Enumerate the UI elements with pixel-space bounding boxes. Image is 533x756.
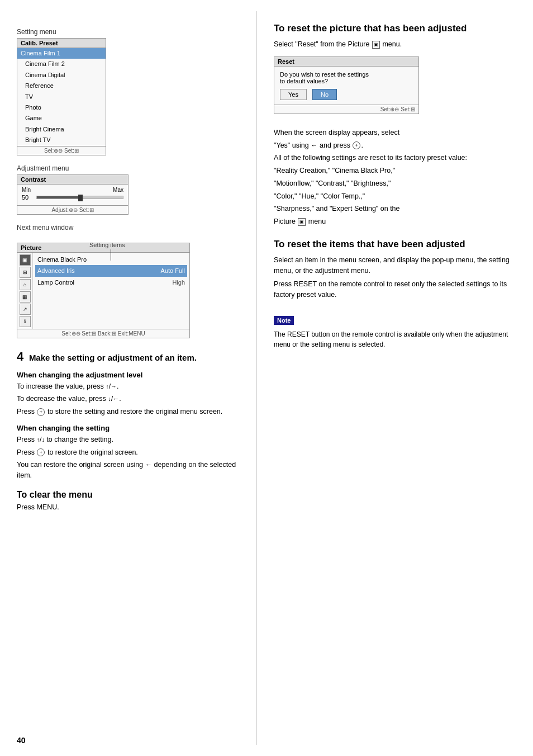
up-arrow-2-icon: ↑ bbox=[36, 436, 40, 443]
pic-icon-6: ℹ bbox=[20, 316, 31, 327]
adj-value: 50 bbox=[22, 194, 33, 201]
reset-dialog-line2: to default values? bbox=[280, 78, 413, 84]
menu-item-reference: Reference bbox=[17, 81, 106, 91]
center-button-3-icon: + bbox=[353, 141, 360, 149]
reset-dialog-box: Reset Do you wish to reset the settings … bbox=[274, 56, 419, 114]
menu-item-game: Game bbox=[17, 113, 106, 124]
clear-menu-title: To clear the menu bbox=[17, 490, 245, 500]
reset-list-1: "Reality Creation," "Cinema Black Pro," bbox=[274, 166, 516, 176]
pic-row-advanced-iris: Advanced Iris Auto Full bbox=[35, 265, 187, 277]
setting-restore-arrow-text: You can restore the original screen usin… bbox=[17, 460, 245, 481]
menu-item-cinema-digital: Cinema Digital bbox=[17, 70, 106, 81]
adj-slider-fill bbox=[37, 196, 80, 199]
reset-picture-title: To reset the picture that has been adjus… bbox=[274, 22, 516, 35]
clear-menu-body: Press MENU. bbox=[17, 502, 245, 513]
adj-increase-text: To increase the value, press ↑/→. bbox=[17, 381, 245, 392]
reset-buttons-container: Yes No bbox=[280, 89, 413, 100]
reset-dialog-body: Do you wish to reset the settings to def… bbox=[274, 67, 418, 105]
reset-list-4: "Sharpness," and "Expert Setting" on the bbox=[274, 204, 516, 214]
pic-icon-2: ⊞ bbox=[20, 267, 31, 278]
center-button-2-icon: + bbox=[37, 448, 45, 456]
picture-menu-icon-2: ▣ bbox=[298, 218, 306, 226]
pic-item-label-3: Lamp Control bbox=[37, 278, 74, 287]
adj-slider-track bbox=[36, 196, 123, 199]
pic-icon-5: ↗ bbox=[20, 304, 31, 315]
adjustment-menu-label: Adjustment menu bbox=[17, 164, 245, 172]
pic-row-lamp-control: Lamp Control High bbox=[35, 277, 187, 289]
adjustment-menu-header: Contrast bbox=[17, 175, 128, 185]
picture-menu-footer: Sel:⊕⊖ Set:⊞ Back:⊞ Exit:MENU bbox=[17, 329, 189, 338]
reset-items-title: To reset the items that have been adjust… bbox=[274, 238, 516, 251]
reset-list-2: "Motionflow," "Contrast," "Brightness," bbox=[274, 178, 516, 189]
setting-items-arrow-line bbox=[111, 249, 111, 261]
reset-list-5: Picture ▣ menu bbox=[274, 216, 516, 227]
down-arrow-2-icon: ↓ bbox=[41, 436, 45, 443]
up-arrow-icon: ↑ bbox=[106, 383, 109, 390]
setting-menu-header: Calib. Preset bbox=[17, 39, 106, 48]
pic-icon-picture: ▣ bbox=[20, 254, 31, 266]
step4-heading: 4 Make the setting or adjustment of an i… bbox=[17, 349, 245, 364]
reset-items-body1: Select an item in the menu screen, and d… bbox=[274, 255, 516, 276]
picture-menu-box: Picture ▣ ⊞ ⌂ ▦ ↗ ℹ Cinema Black Pro bbox=[17, 243, 190, 338]
down-arrow-icon: ↓ bbox=[108, 395, 111, 402]
next-menu-label: Next menu window bbox=[17, 224, 245, 231]
subsection-setting-title: When changing the setting bbox=[17, 424, 245, 432]
picture-menu-icon: ▣ bbox=[372, 41, 380, 49]
setting-change-text: Press ↑/↓ to change the setting. bbox=[17, 434, 245, 445]
picture-icons-column: ▣ ⊞ ⌂ ▦ ↗ ℹ bbox=[17, 253, 33, 329]
note-body: The RESET button on the remote control i… bbox=[274, 329, 516, 349]
menu-item-bright-tv: Bright TV bbox=[17, 135, 106, 145]
reset-screen-display-text: When the screen display appears, select bbox=[274, 127, 516, 138]
left-column: Setting menu Calib. Preset Cinema Film 1… bbox=[0, 11, 257, 745]
reset-dialog-container: Reset Do you wish to reset the settings … bbox=[274, 56, 516, 121]
adj-store-text: Press + to store the setting and restore… bbox=[17, 407, 245, 417]
note-section: Note The RESET button on the remote cont… bbox=[274, 309, 516, 349]
pic-icon-4: ▦ bbox=[20, 291, 31, 303]
setting-menu-footer: Sel:⊕⊖ Set:⊞ bbox=[17, 146, 106, 155]
adj-decrease-text: To decrease the value, press ↓/←. bbox=[17, 394, 245, 404]
page-number: 40 bbox=[17, 736, 26, 745]
adj-max-label: Max bbox=[113, 187, 123, 193]
reset-all-text: All of the following settings are reset … bbox=[274, 153, 516, 163]
right-column: To reset the picture that has been adjus… bbox=[257, 11, 533, 745]
setting-menu-box: Calib. Preset Cinema Film 1 Cinema Film … bbox=[17, 38, 106, 155]
menu-item-cinema-film-2: Cinema Film 2 bbox=[17, 59, 106, 69]
center-button-icon: + bbox=[37, 408, 45, 416]
reset-dialog-footer: Set:⊕⊖ Set:⊞ bbox=[274, 105, 418, 114]
step-number: 4 bbox=[17, 349, 23, 363]
pic-item-label-2: Advanced Iris bbox=[37, 266, 75, 276]
setting-restore-text: Press + to restore the original screen. bbox=[17, 447, 245, 458]
pic-item-label-1: Cinema Black Pro bbox=[37, 255, 87, 264]
menu-item-photo: Photo bbox=[17, 102, 106, 113]
reset-dialog-header: Reset bbox=[274, 57, 418, 67]
menu-item-tv: TV bbox=[17, 92, 106, 102]
reset-no-button[interactable]: No bbox=[312, 89, 337, 100]
menu-item-cinema-film-1: Cinema Film 1 bbox=[17, 48, 106, 59]
pic-icon-3: ⌂ bbox=[20, 279, 31, 290]
right-arrow-icon: → bbox=[111, 383, 117, 390]
setting-items-label: Setting items bbox=[89, 242, 125, 248]
reset-picture-intro: Select "Reset" from the Picture ▣ menu. bbox=[274, 39, 516, 50]
pic-item-value-2: Auto Full bbox=[161, 266, 185, 276]
next-menu-wrapper: Setting items Picture ▣ ⊞ ⌂ ▦ ↗ ℹ Cin bbox=[17, 243, 245, 338]
menu-item-bright-cinema: Bright Cinema bbox=[17, 124, 106, 135]
reset-items-body2: Press RESET on the remote control to res… bbox=[274, 279, 516, 300]
clear-menu-section: To clear the menu Press MENU. bbox=[17, 490, 245, 513]
pic-row-cinema-black-pro: Cinema Black Pro bbox=[35, 254, 187, 266]
picture-menu-body: ▣ ⊞ ⌂ ▦ ↗ ℹ Cinema Black Pro Advance bbox=[17, 253, 189, 329]
adj-min-label: Min bbox=[22, 187, 31, 193]
setting-menu-label: Setting menu bbox=[17, 28, 245, 36]
reset-yes-button[interactable]: Yes bbox=[280, 89, 307, 100]
note-label: Note bbox=[274, 316, 294, 325]
picture-items-column: Cinema Black Pro Advanced Iris Auto Full… bbox=[33, 253, 189, 329]
reset-list-3: "Color," "Hue," "Color Temp.," bbox=[274, 191, 516, 202]
step-title: Make the setting or adjustment of an ite… bbox=[29, 353, 197, 362]
reset-dialog-line1: Do you wish to reset the settings bbox=[280, 71, 413, 78]
step4-section: 4 Make the setting or adjustment of an i… bbox=[17, 349, 245, 481]
adjustment-menu-footer: Adjust:⊕⊖ Set:⊞ bbox=[17, 205, 128, 214]
reset-yes-instruction: "Yes" using ← and press +. bbox=[274, 140, 516, 151]
subsection-adjustment-title: When changing the adjustment level bbox=[17, 371, 245, 379]
adjustment-menu-box: Contrast Min Max 50 Adjust:⊕⊖ Set:⊞ bbox=[17, 174, 129, 215]
pic-item-value-3: High bbox=[172, 278, 185, 287]
left-arrow-icon: ← bbox=[113, 395, 119, 402]
